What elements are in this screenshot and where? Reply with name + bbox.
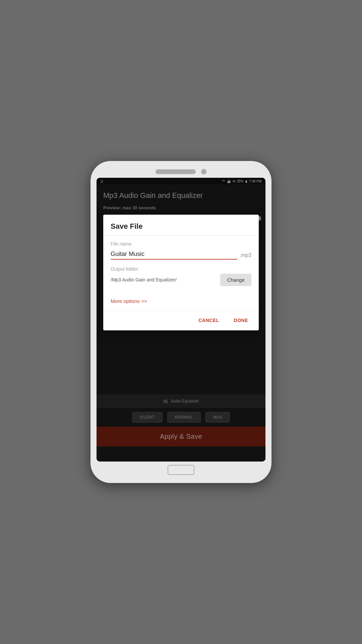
- phone-camera: [201, 169, 206, 174]
- done-button[interactable]: DONE: [228, 314, 254, 327]
- output-row: /Mp3 Audio Gain and Equalizer/ Change: [111, 274, 251, 286]
- file-name-label: File name:: [111, 241, 251, 247]
- file-name-row: .mp3: [111, 249, 251, 260]
- file-name-input[interactable]: [111, 249, 237, 260]
- home-button[interactable]: [168, 465, 194, 475]
- dialog-actions: CANCEL DONE: [103, 310, 259, 330]
- cancel-button[interactable]: CANCEL: [192, 314, 225, 327]
- dialog-body: File name: .mp3 Output folder: /Mp3 Audi…: [103, 241, 259, 294]
- phone-frame: )) ™ ☕ ✉ 35% ▮ 7:38 PM Mp3 Audio Gain an…: [90, 161, 272, 483]
- phone-screen: )) ™ ☕ ✉ 35% ▮ 7:38 PM Mp3 Audio Gain an…: [97, 178, 265, 462]
- dialog-title: Save File: [103, 215, 259, 235]
- dialog-divider: [103, 235, 259, 236]
- more-options-link[interactable]: More options >>: [103, 294, 259, 310]
- change-button[interactable]: Change: [220, 274, 251, 286]
- output-path: /Mp3 Audio Gain and Equalizer/: [111, 277, 217, 283]
- phone-top-bar: [97, 167, 265, 178]
- output-folder-label: Output folder:: [111, 266, 251, 272]
- file-extension: .mp3: [239, 252, 251, 260]
- save-file-dialog: Save File File name: .mp3 Output folder:…: [103, 215, 259, 330]
- phone-speaker: [156, 169, 196, 174]
- output-section: Output folder: /Mp3 Audio Gain and Equal…: [111, 266, 251, 286]
- phone-bottom-bar: [97, 462, 265, 477]
